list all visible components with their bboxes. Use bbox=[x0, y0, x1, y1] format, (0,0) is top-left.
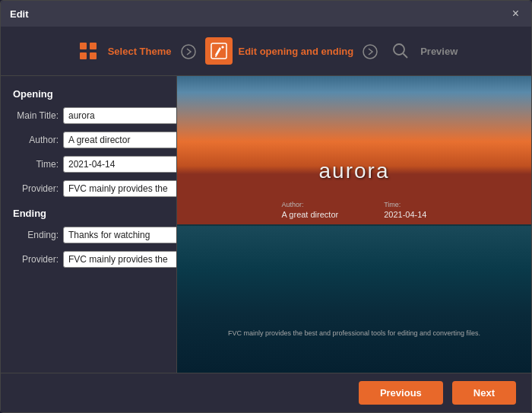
wizard-step-select-theme[interactable]: Select Theme bbox=[74, 37, 172, 65]
edit-icon-bg bbox=[205, 37, 233, 65]
title-bar: Edit × bbox=[1, 1, 531, 27]
opening-section-label: Opening bbox=[13, 88, 164, 100]
preview-area: aurora Author: A great director Time: 20… bbox=[177, 76, 531, 373]
ending-input[interactable] bbox=[63, 227, 177, 243]
previous-button[interactable]: Previous bbox=[359, 381, 443, 405]
svg-rect-0 bbox=[80, 43, 87, 49]
arrow-1 bbox=[181, 43, 196, 59]
time-meta-label: Time: bbox=[384, 201, 426, 208]
author-row: Author: bbox=[13, 132, 164, 148]
preview-canvas: aurora Author: A great director Time: 20… bbox=[177, 76, 531, 373]
svg-point-7 bbox=[363, 45, 377, 59]
svg-point-8 bbox=[394, 44, 404, 55]
time-row: Time: bbox=[13, 156, 164, 173]
footer: Previous Next bbox=[1, 373, 531, 412]
svg-line-9 bbox=[404, 54, 408, 59]
grid-icon bbox=[78, 40, 99, 62]
author-input[interactable] bbox=[63, 132, 177, 148]
preview-title: aurora bbox=[319, 159, 390, 183]
close-button[interactable]: × bbox=[509, 6, 522, 21]
main-title-input[interactable] bbox=[63, 107, 177, 124]
edit-label: Edit opening and ending bbox=[239, 46, 354, 57]
arrow-2 bbox=[363, 43, 378, 59]
main-content: Opening Main Title: Author: Time: Provid… bbox=[1, 76, 531, 373]
ending-label: Ending: bbox=[13, 230, 59, 240]
select-theme-label: Select Theme bbox=[108, 46, 172, 57]
svg-rect-1 bbox=[90, 43, 97, 49]
time-meta-value: 2021-04-14 bbox=[384, 210, 426, 219]
ending-row: Ending: bbox=[13, 227, 164, 243]
time-meta: Time: 2021-04-14 bbox=[384, 201, 426, 219]
water-layer bbox=[177, 224, 531, 373]
ending-section-label: Ending bbox=[13, 208, 164, 219]
time-input[interactable] bbox=[63, 156, 177, 173]
author-meta-value: A great director bbox=[282, 210, 339, 219]
provider-row: Provider: bbox=[13, 180, 164, 197]
wizard-nav: Select Theme Edit opening and ending bbox=[1, 27, 531, 76]
select-theme-icon-bg bbox=[74, 37, 102, 65]
provider-input[interactable] bbox=[63, 180, 177, 197]
search-icon bbox=[391, 42, 410, 60]
edit-icon bbox=[209, 41, 229, 61]
left-panel: Opening Main Title: Author: Time: Provid… bbox=[1, 76, 177, 373]
author-label: Author: bbox=[13, 135, 59, 145]
window-title: Edit bbox=[10, 8, 29, 20]
author-meta-label: Author: bbox=[282, 201, 339, 208]
wizard-step-preview[interactable]: Preview bbox=[387, 37, 458, 65]
wizard-step-edit[interactable]: Edit opening and ending bbox=[205, 37, 354, 65]
preview-label: Preview bbox=[420, 46, 458, 57]
provider-label: Provider: bbox=[13, 183, 59, 194]
ending-provider-row: Provider: bbox=[13, 251, 164, 268]
next-button[interactable]: Next bbox=[452, 381, 516, 405]
main-title-label: Main Title: bbox=[13, 110, 59, 121]
horizon-line bbox=[177, 224, 531, 226]
time-label: Time: bbox=[13, 159, 59, 170]
ending-provider-input[interactable] bbox=[63, 251, 177, 268]
preview-meta: Author: A great director Time: 2021-04-1… bbox=[282, 201, 427, 219]
svg-rect-2 bbox=[80, 52, 87, 59]
svg-point-4 bbox=[182, 45, 195, 59]
svg-rect-3 bbox=[90, 52, 97, 59]
ending-provider-label: Provider: bbox=[13, 254, 59, 265]
main-title-row: Main Title: bbox=[13, 107, 164, 124]
preview-provider-text: FVC mainly provides the best and profess… bbox=[228, 329, 480, 337]
edit-window: Edit × Select Theme bbox=[0, 0, 532, 413]
author-meta: Author: A great director bbox=[282, 201, 339, 219]
preview-icon-bg bbox=[387, 37, 414, 65]
